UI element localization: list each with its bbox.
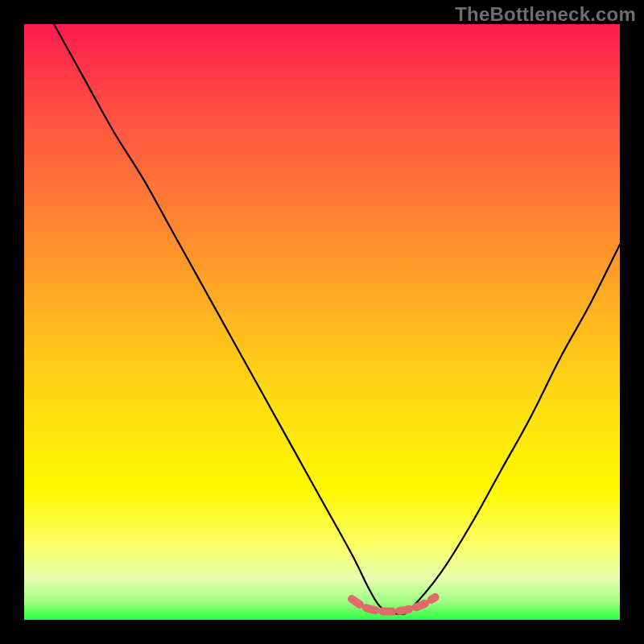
watermark-text: TheBottleneck.com	[455, 3, 636, 26]
bottleneck-curve	[54, 24, 620, 614]
optimal-marker	[352, 597, 436, 612]
chart-frame: TheBottleneck.com	[0, 0, 644, 644]
chart-svg-overlay	[24, 24, 620, 620]
